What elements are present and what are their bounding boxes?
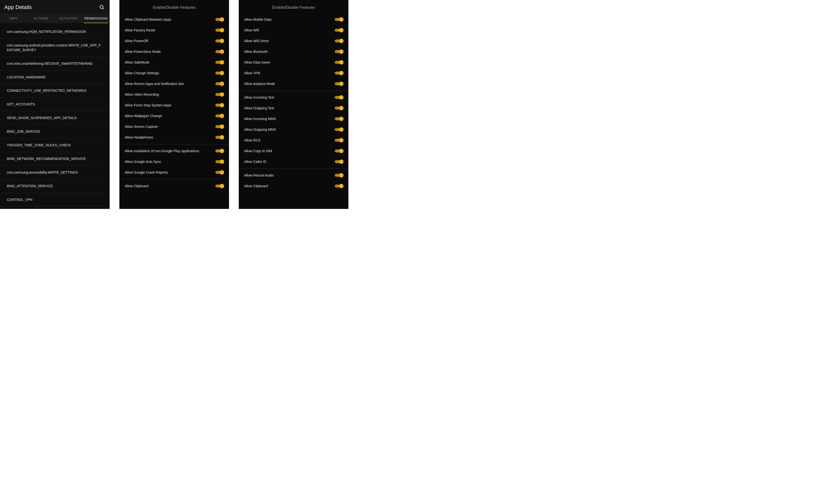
page-title: App Details [4, 4, 32, 10]
feature-label: Allow PowerOff [125, 39, 215, 43]
feature-label: Allow Clipboard Between Apps [125, 18, 215, 21]
toggle-switch[interactable] [215, 160, 224, 164]
toggle-switch[interactable] [215, 170, 224, 175]
toggle-switch[interactable] [335, 106, 343, 110]
toggle-switch[interactable] [335, 184, 343, 188]
feature-row: Allow PowerOff [119, 36, 229, 46]
toggle-switch[interactable] [215, 114, 224, 118]
feature-label: Allow SafeMode [125, 60, 215, 64]
permission-item[interactable]: CONTROL_VPN [0, 193, 110, 207]
toggle-switch[interactable] [215, 17, 224, 22]
permission-item[interactable]: LOCATION_HARDWARE [0, 71, 110, 84]
toggle-switch[interactable] [215, 135, 224, 140]
toggle-switch[interactable] [335, 128, 343, 132]
toggle-thumb [220, 81, 224, 86]
permission-item[interactable]: TRIGGER_TIME_ZONE_RULES_CHECK [0, 139, 110, 152]
toggle-switch[interactable] [335, 39, 343, 43]
app-bar: App Details [0, 0, 110, 13]
feature-row: Allow Outgoing Text [239, 103, 348, 113]
search-icon [99, 4, 105, 10]
feature-label: Allow Google Crash Reports [125, 171, 215, 174]
toggle-switch[interactable] [215, 92, 224, 97]
toggle-thumb [339, 71, 343, 75]
permission-item[interactable]: BIND_NETWORK_RECOMMENDATION_SERVICE [0, 152, 110, 166]
toggle-thumb [220, 160, 224, 164]
toggle-switch[interactable] [215, 49, 224, 54]
tab-activities[interactable]: ACTIVITIES [55, 13, 83, 23]
toggle-switch[interactable] [215, 28, 224, 32]
toggle-switch[interactable] [335, 173, 343, 178]
toggle-switch[interactable] [335, 28, 343, 32]
toggle-switch[interactable] [335, 149, 343, 153]
feature-row: Allow RCS [239, 135, 348, 146]
feature-row: Allow Clipboard [119, 179, 229, 191]
permission-item[interactable]: com.mhs.smarttethering.RECEIVE_SMARTTETH… [0, 57, 110, 71]
toggle-switch[interactable] [215, 184, 224, 188]
toggle-thumb [339, 184, 343, 188]
tab-actions[interactable]: ACTIONS [27, 13, 55, 23]
feature-label: Allow Google Auto Sync [125, 160, 215, 164]
toggle-switch[interactable] [335, 95, 343, 99]
toggle-thumb [220, 170, 224, 175]
toggle-switch[interactable] [215, 39, 224, 43]
toggle-thumb [220, 49, 224, 54]
features-screen-2: Enable/Disable Features Allow Mobile Dat… [239, 0, 348, 209]
feature-label: Allow Video Recording [125, 92, 215, 96]
toggle-switch[interactable] [335, 116, 343, 121]
toggle-switch[interactable] [215, 149, 224, 153]
svg-point-0 [100, 5, 103, 9]
toggle-switch[interactable] [335, 17, 343, 22]
permission-item[interactable]: PACKAGE_USAGE_STATS [0, 207, 110, 209]
feature-label: Allow Mobile Data [244, 18, 335, 21]
toggle-switch[interactable] [215, 103, 224, 107]
feature-row: Allow Incoming Text [239, 90, 348, 103]
feature-label: Allow installation of non-Google-Play ap… [125, 149, 215, 153]
toggle-thumb [220, 135, 224, 140]
permission-item[interactable]: GET_ACCOUNTS [0, 98, 110, 111]
permission-item[interactable]: CONNECTIVITY_USE_RESTRICTED_NETWORKS [0, 84, 110, 98]
permissions-list[interactable]: com.samsung.HQM_NOTIFICATION_PERMISSIONc… [0, 23, 110, 209]
toggle-switch[interactable] [215, 81, 224, 86]
permission-item[interactable]: com.samsung.accessibility.WRITE_SETTINGS [0, 166, 110, 180]
toggle-switch[interactable] [215, 60, 224, 64]
feature-row: Allow Headphones [119, 132, 229, 143]
toggle-thumb [339, 128, 343, 132]
toggle-switch[interactable] [335, 81, 343, 86]
feature-label: Allow Screen Capture [125, 124, 215, 129]
toggle-thumb [339, 49, 343, 54]
toggle-switch[interactable] [335, 138, 343, 143]
feature-row: Allow Factory Reset [119, 25, 229, 36]
permission-item[interactable]: SEND_SHOW_SUSPENDED_APP_DETAILS [0, 111, 110, 125]
toggle-switch[interactable] [335, 60, 343, 64]
feature-row: Allow Clipboard Between Apps [119, 14, 229, 25]
feature-row: Allow Outgoing MMS [239, 124, 348, 135]
toggle-switch[interactable] [215, 124, 224, 129]
feature-row: Allow installation of non-Google-Play ap… [119, 144, 229, 156]
feature-label: Allow Data Saver [244, 60, 335, 64]
toggle-thumb [220, 71, 224, 75]
toggle-thumb [339, 106, 343, 110]
feature-row: Allow Wifi Direct [239, 36, 348, 46]
toggle-thumb [220, 28, 224, 32]
toggle-switch[interactable] [215, 71, 224, 75]
permission-item[interactable]: BIND_JOB_SERVICE [0, 125, 110, 139]
tab-info[interactable]: INFO [0, 13, 27, 23]
feature-label: Allow Wallpaper Change [125, 114, 215, 118]
permission-item[interactable]: com.samsung.HQM_NOTIFICATION_PERMISSION [0, 25, 110, 39]
permission-item[interactable]: com.samsung.android.providers.context.WR… [0, 39, 110, 57]
features-list[interactable]: Allow Mobile DataAllow WifiAllow Wifi Di… [239, 14, 348, 209]
toggle-switch[interactable] [335, 160, 343, 164]
toggle-thumb [220, 103, 224, 107]
feature-row: Allow Google Auto Sync [119, 156, 229, 167]
features-list[interactable]: Allow Clipboard Between AppsAllow Factor… [119, 14, 229, 209]
search-button[interactable] [99, 4, 105, 11]
tab-permissions[interactable]: PERMISSIONS [83, 13, 110, 23]
toggle-thumb [339, 138, 343, 143]
feature-row: Allow SafeMode [119, 57, 229, 68]
feature-row: Allow Airplane Mode [239, 78, 348, 89]
toggle-thumb [220, 60, 224, 64]
permission-item[interactable]: BIND_ATTENTION_SERVICE [0, 180, 110, 193]
toggle-switch[interactable] [335, 49, 343, 54]
toggle-switch[interactable] [335, 71, 343, 75]
toggle-thumb [220, 92, 224, 97]
